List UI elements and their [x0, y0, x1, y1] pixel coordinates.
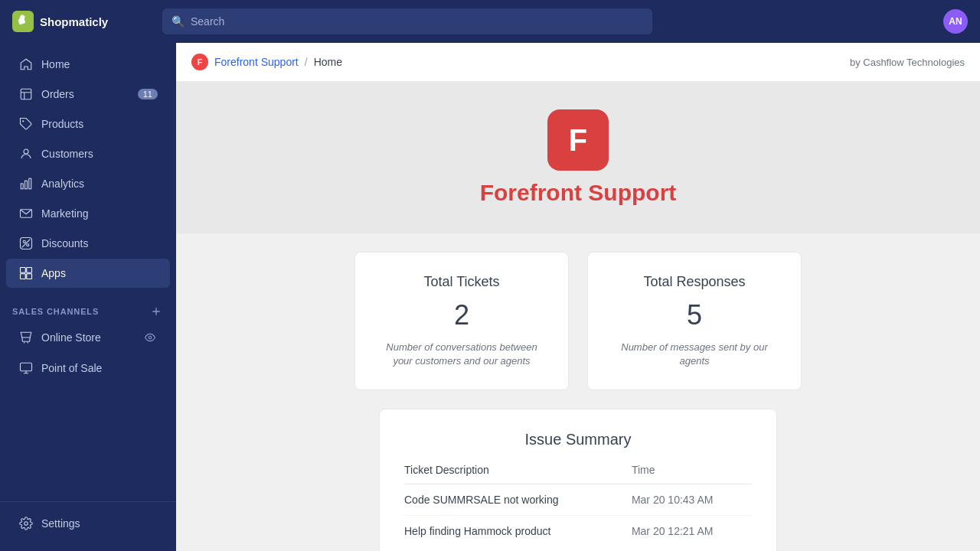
logo-area[interactable]: Shopmaticly [12, 11, 150, 32]
hero-logo-icon: F [547, 109, 609, 171]
orders-icon [18, 86, 34, 102]
avatar[interactable]: AN [943, 9, 968, 34]
breadcrumb-bar: F Forefront Support / Home by Cashflow T… [176, 43, 980, 82]
sales-channels-section: SALES CHANNELS [0, 295, 176, 322]
svg-rect-4 [25, 181, 28, 189]
svg-rect-12 [21, 274, 26, 279]
ticket-description-col-header: Ticket Description [404, 464, 632, 484]
sidebar-item-analytics[interactable]: Analytics [6, 169, 170, 198]
apps-icon [18, 266, 34, 281]
breadcrumb: F Forefront Support / Home [191, 54, 342, 70]
marketing-icon [18, 206, 34, 221]
sidebar-item-point-of-sale[interactable]: Point of Sale [6, 354, 170, 383]
issue-summary-card: Issue Summary Ticket Description Time Co… [379, 409, 777, 551]
sidebar-item-online-store[interactable]: Online Store [6, 323, 170, 352]
ticket-time-cell: Mar 20 10:43 AM [632, 484, 752, 516]
point-of-sale-icon [18, 360, 34, 376]
svg-rect-17 [21, 363, 32, 371]
analytics-icon [18, 176, 34, 191]
app-name: Shopmaticly [40, 15, 108, 28]
svg-rect-10 [21, 268, 26, 273]
orders-badge: 11 [138, 89, 158, 99]
total-tickets-title: Total Tickets [423, 274, 499, 290]
sidebar-item-apps[interactable]: Apps [6, 259, 170, 288]
search-input[interactable] [191, 15, 643, 28]
table-row: Code SUMMRSALE not working Mar 20 10:43 … [404, 484, 752, 516]
ticket-time-cell: Mar 20 12:21 AM [632, 516, 752, 547]
home-icon [18, 57, 34, 72]
svg-point-16 [149, 336, 152, 339]
online-store-eye-icon[interactable] [142, 330, 158, 345]
sidebar-item-settings[interactable]: Settings [6, 509, 170, 538]
svg-rect-11 [27, 268, 32, 273]
breadcrumb-parent-link[interactable]: Forefront Support [214, 56, 299, 68]
total-responses-title: Total Responses [643, 274, 745, 290]
time-col-header: Time [632, 464, 752, 484]
hero-banner: F Forefront Support [176, 82, 980, 233]
forefront-support-icon: F [191, 54, 208, 70]
sidebar-item-marketing[interactable]: Marketing [6, 199, 170, 228]
ticket-description-cell: Help finding Hammock product [404, 516, 632, 547]
svg-point-15 [28, 342, 29, 344]
svg-point-2 [24, 149, 28, 154]
total-tickets-card: Total Tickets 2 Number of conversations … [354, 252, 569, 390]
ticket-description-cell: Code SUMMRSALE not working [404, 484, 632, 516]
svg-rect-0 [21, 89, 31, 99]
breadcrumb-separator: / [305, 56, 308, 68]
customers-icon [18, 146, 34, 161]
svg-rect-13 [27, 274, 32, 279]
sidebar-nav: Home Orders 11 Products Customers [0, 43, 176, 295]
hero-title: Forefront Support [480, 180, 677, 206]
sidebar-item-orders[interactable]: Orders 11 [6, 80, 170, 109]
svg-point-1 [22, 120, 24, 122]
settings-icon [18, 516, 34, 531]
table-row: Help finding Hammock product Mar 20 12:2… [404, 516, 752, 547]
sidebar-item-customers[interactable]: Customers [6, 139, 170, 168]
sidebar-item-home[interactable]: Home [6, 50, 170, 79]
svg-point-14 [24, 342, 25, 344]
sidebar-bottom: Settings [0, 501, 176, 539]
svg-point-8 [27, 244, 29, 246]
issue-summary-title: Issue Summary [404, 431, 752, 448]
total-responses-description: Number of messages sent by our agents [619, 341, 770, 368]
topbar: Shopmaticly 🔍 AN [0, 0, 980, 43]
shopify-logo-icon [12, 11, 34, 32]
issue-table: Ticket Description Time Code SUMMRSALE n… [404, 464, 752, 546]
content-area: Total Tickets 2 Number of conversations … [176, 233, 980, 551]
add-sales-channel-button[interactable] [149, 304, 164, 319]
layout: Home Orders 11 Products Customers [0, 43, 980, 551]
sidebar-item-products[interactable]: Products [6, 109, 170, 139]
total-tickets-description: Number of conversations between your cus… [386, 341, 537, 368]
stats-row: Total Tickets 2 Number of conversations … [287, 252, 869, 390]
svg-point-18 [24, 522, 28, 526]
main-content: F Forefront Support / Home by Cashflow T… [176, 43, 980, 551]
search-bar[interactable]: 🔍 [162, 8, 652, 34]
sidebar-item-discounts[interactable]: Discounts [6, 229, 170, 258]
total-responses-card: Total Responses 5 Number of messages sen… [587, 252, 802, 390]
by-line: by Cashflow Technologies [850, 57, 965, 68]
svg-rect-3 [21, 184, 23, 189]
topbar-right: AN [943, 9, 968, 34]
svg-rect-5 [29, 178, 31, 189]
products-icon [18, 116, 34, 132]
svg-point-7 [23, 240, 25, 243]
breadcrumb-current: Home [314, 56, 342, 68]
search-icon: 🔍 [172, 15, 185, 28]
total-responses-number: 5 [687, 299, 702, 331]
discounts-icon [18, 236, 34, 251]
total-tickets-number: 2 [454, 299, 469, 331]
online-store-icon [18, 330, 34, 345]
sidebar: Home Orders 11 Products Customers [0, 43, 176, 551]
